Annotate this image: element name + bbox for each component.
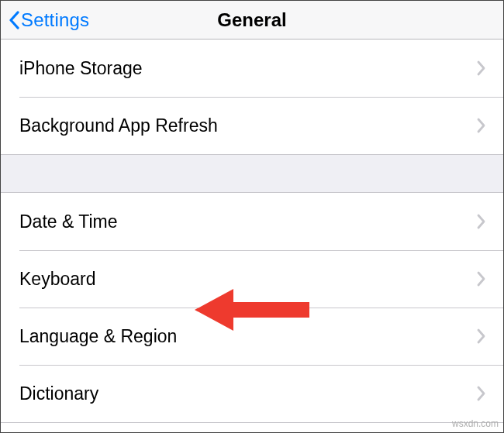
row-background-app-refresh[interactable]: Background App Refresh [1,97,503,154]
row-label: Keyboard [19,269,477,290]
row-label: Date & Time [19,211,477,232]
row-language-region[interactable]: Language & Region [1,308,503,365]
settings-list: iPhone Storage Background App Refresh Da… [1,40,503,423]
nav-bar: Settings General [1,1,503,40]
row-label: Background App Refresh [19,115,477,136]
row-keyboard[interactable]: Keyboard [1,250,503,308]
chevron-left-icon [7,9,21,32]
chevron-right-icon [477,385,488,402]
back-button[interactable]: Settings [1,9,89,32]
chevron-right-icon [477,213,488,230]
row-label: Dictionary [19,383,477,404]
row-label: Language & Region [19,326,477,347]
row-iphone-storage[interactable]: iPhone Storage [1,40,503,97]
section-storage: iPhone Storage Background App Refresh [1,40,503,155]
watermark: wsxdn.com [452,418,499,429]
row-dictionary[interactable]: Dictionary [1,365,503,422]
chevron-right-icon [477,270,488,287]
row-label: iPhone Storage [19,58,477,79]
section-locale: Date & Time Keyboard Language & Region D… [1,192,503,423]
chevron-right-icon [477,117,488,134]
back-label: Settings [21,9,89,31]
chevron-right-icon [477,328,488,345]
row-date-time[interactable]: Date & Time [1,193,503,250]
chevron-right-icon [477,60,488,77]
